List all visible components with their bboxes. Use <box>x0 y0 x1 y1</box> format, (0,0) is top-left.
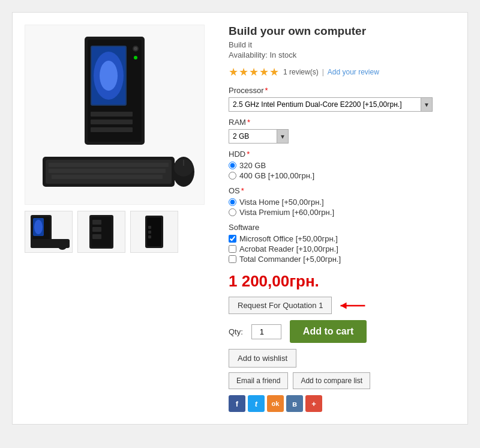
svg-point-10 <box>134 47 137 50</box>
svg-rect-33 <box>148 226 151 229</box>
os-label: OS* <box>229 186 455 195</box>
social-facebook-button[interactable]: f <box>229 395 245 412</box>
qty-input[interactable] <box>251 324 281 339</box>
svg-rect-15 <box>49 169 166 173</box>
reviews-link[interactable]: 1 review(s) <box>283 68 319 76</box>
svg-point-11 <box>134 56 137 59</box>
software-checkbox-label-commander: Total Commander [+5,00грн.] <box>239 255 341 264</box>
svg-point-5 <box>100 61 118 91</box>
thumbnail-1[interactable] <box>25 211 73 253</box>
qty-label: Qty: <box>229 327 243 336</box>
social-twitter-button[interactable]: t <box>248 395 265 412</box>
ram-select[interactable]: 2 GB 4 GB [+50,00грн.] <box>229 129 289 144</box>
product-title: Build your own computer <box>229 25 455 38</box>
processor-label: Processor* <box>229 86 455 95</box>
email-friend-button[interactable]: Email a friend <box>229 372 288 389</box>
processor-select[interactable]: 2.5 GHz Intel Pentium Dual-Core E2200 [+… <box>229 97 433 112</box>
svg-point-25 <box>58 240 67 250</box>
ram-required: * <box>247 118 250 127</box>
software-checkbox-commander[interactable]: Total Commander [+5,00грн.] <box>229 255 455 264</box>
os-required: * <box>241 186 244 195</box>
ram-label: RAM* <box>229 118 455 127</box>
product-build: Build it <box>229 40 455 49</box>
qty-row: Qty: Add to cart <box>229 320 455 343</box>
compare-button[interactable]: Add to compare list <box>293 372 370 389</box>
hdd-radio-group: 320 GB 400 GB [+100,00грн.] <box>229 161 455 180</box>
svg-point-23 <box>34 220 43 234</box>
hdd-option: HDD* 320 GB 400 GB [+100,00грн.] <box>229 150 455 180</box>
add-to-wishlist-button[interactable]: Add to wishlist <box>229 349 296 368</box>
processor-select-wrapper: 2.5 GHz Intel Pentium Dual-Core E2200 [+… <box>229 97 433 112</box>
os-radio-vista-home[interactable]: Vista Home [+50,00грн.] <box>229 198 455 207</box>
svg-rect-30 <box>92 234 101 239</box>
social-row: f t ok в + <box>229 395 455 412</box>
software-checkbox-input-commander[interactable] <box>229 255 236 263</box>
hdd-radio-label-320: 320 GB <box>239 161 266 170</box>
star-rating: ★★★★★ <box>229 65 280 79</box>
main-product-image <box>25 25 205 205</box>
action-row: Email a friend Add to compare list <box>229 372 455 389</box>
os-radio-group: Vista Home [+50,00грн.] Vista Premium [+… <box>229 198 455 217</box>
os-option: OS* Vista Home [+50,00грн.] Vista Premiu… <box>229 186 455 217</box>
separator: | <box>322 68 324 76</box>
software-option: Software Microsoft Office [+50,00грн.] A… <box>229 223 455 264</box>
hdd-radio-320[interactable]: 320 GB <box>229 161 455 170</box>
product-details-section: Build your own computer Build it Availab… <box>229 25 455 412</box>
processor-option: Processor* 2.5 GHz Intel Pentium Dual-Co… <box>229 86 455 112</box>
software-checkbox-label-office: Microsoft Office [+50,00грн.] <box>239 234 338 243</box>
social-googleplus-button[interactable]: + <box>305 395 322 412</box>
product-page: Build your own computer Build it Availab… <box>12 12 468 425</box>
svg-rect-29 <box>92 227 101 232</box>
os-radio-label-vista-home: Vista Home [+50,00грн.] <box>239 198 324 207</box>
hdd-label: HDD* <box>229 150 455 159</box>
processor-required: * <box>265 86 268 95</box>
os-radio-vista-premium[interactable]: Vista Premium [+60,00грн.] <box>229 208 455 217</box>
ram-select-wrapper: 2 GB 4 GB [+50,00грн.] ▼ <box>229 129 289 144</box>
hdd-radio-400[interactable]: 400 GB [+100,00грн.] <box>229 171 455 180</box>
wishlist-row: Add to wishlist <box>229 349 455 372</box>
hdd-radio-input-320[interactable] <box>229 162 236 169</box>
quotation-button[interactable]: Request For Quotation 1 <box>229 297 332 314</box>
svg-rect-16 <box>52 175 163 179</box>
arrow-indicator <box>338 298 368 313</box>
product-images-section <box>25 25 217 412</box>
software-checkbox-input-office[interactable] <box>229 235 236 243</box>
hdd-required: * <box>247 150 250 159</box>
add-review-link[interactable]: Add your review <box>328 68 379 76</box>
quotation-row: Request For Quotation 1 <box>229 297 455 314</box>
software-checkbox-group: Microsoft Office [+50,00грн.] Acrobat Re… <box>229 234 455 264</box>
add-to-cart-button[interactable]: Add to cart <box>290 320 367 343</box>
software-label: Software <box>229 223 455 232</box>
product-availability: Availability: In stock <box>229 50 455 59</box>
svg-rect-28 <box>92 220 101 225</box>
os-radio-input-vista-home[interactable] <box>229 198 236 206</box>
social-ok-button[interactable]: ok <box>267 395 284 412</box>
svg-rect-6 <box>91 112 133 117</box>
hdd-radio-label-400: 400 GB [+100,00грн.] <box>239 171 314 180</box>
software-checkbox-input-acrobat[interactable] <box>229 245 236 253</box>
price-section: 1 200,00грн. <box>229 272 455 291</box>
svg-rect-8 <box>91 127 133 132</box>
thumbnail-3[interactable] <box>130 211 178 253</box>
os-radio-label-vista-premium: Vista Premium [+60,00грн.] <box>239 208 334 217</box>
availability-label: Availability: <box>229 50 268 59</box>
svg-rect-7 <box>91 120 133 124</box>
thumbnail-2[interactable] <box>77 211 125 253</box>
svg-rect-35 <box>148 235 151 238</box>
reviews-row: ★★★★★ 1 review(s) | Add your review <box>229 65 455 79</box>
software-checkbox-acrobat[interactable]: Acrobat Reader [+10,00грн.] <box>229 244 455 253</box>
ram-option: RAM* 2 GB 4 GB [+50,00грн.] ▼ <box>229 118 455 144</box>
software-checkbox-label-acrobat: Acrobat Reader [+10,00грн.] <box>239 244 338 253</box>
social-vk-button[interactable]: в <box>286 395 303 412</box>
product-price: 1 200,00грн. <box>229 272 319 290</box>
software-checkbox-office[interactable]: Microsoft Office [+50,00грн.] <box>229 234 455 243</box>
hdd-radio-input-400[interactable] <box>229 172 236 180</box>
svg-rect-14 <box>49 163 169 167</box>
thumbnail-row <box>25 211 217 253</box>
svg-rect-34 <box>148 231 151 234</box>
svg-marker-37 <box>341 302 347 309</box>
os-radio-input-vista-premium[interactable] <box>229 208 236 216</box>
availability-value: In stock <box>269 50 296 59</box>
